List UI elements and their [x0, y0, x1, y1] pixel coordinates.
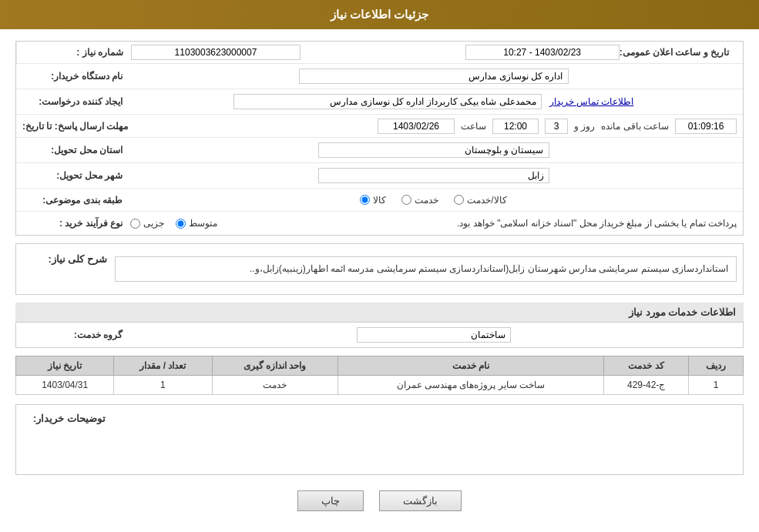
- cell-row-num: 1: [688, 376, 743, 395]
- purchase-type-small[interactable]: جزیی: [130, 218, 164, 229]
- deadline-remaining-label: ساعت باقی مانده: [601, 121, 669, 132]
- row-buyer-org: نام دستگاه خریدار:: [16, 64, 743, 89]
- deadline-time-label: ساعت: [461, 121, 486, 132]
- city-label: شهر محل تحویل:: [22, 170, 130, 181]
- cell-service-code: ج-42-429: [604, 376, 689, 395]
- need-description-text: استانداردسازی سیستم سرمایشی مدارس شهرستا…: [250, 263, 728, 274]
- services-table-section: ردیف کد خدمت نام خدمت واحد اندازه گیری ت…: [15, 356, 744, 395]
- table-row: 1 ج-42-429 ساخت سایر پروژه‌های مهندسی عم…: [16, 376, 744, 395]
- buyer-notes-textarea[interactable]: [113, 410, 738, 467]
- purchase-type-medium[interactable]: متوسط: [176, 218, 217, 229]
- purchase-type-radio-small[interactable]: [130, 219, 140, 229]
- buyer-notes-content: [113, 410, 738, 470]
- province-label: استان محل تحویل:: [22, 145, 130, 156]
- col-quantity: تعداد / مقدار: [114, 356, 212, 376]
- row-city: شهر محل تحویل:: [16, 163, 743, 189]
- category-radio-goods[interactable]: [360, 195, 370, 205]
- announcement-date-label: تاریخ و ساعت اعلان عمومی:: [620, 47, 737, 58]
- col-date: تاریخ نیاز: [16, 356, 114, 376]
- cell-quantity: 1: [114, 376, 212, 395]
- services-info-title: اطلاعات خدمات مورد نیاز: [15, 303, 744, 323]
- purchase-type-radio-medium[interactable]: [176, 219, 186, 229]
- row-service-group: گروه خدمت:: [15, 323, 744, 348]
- page-header: جزئیات اطلاعات نیاز: [0, 0, 759, 29]
- announcement-date-input[interactable]: [465, 45, 620, 60]
- back-button[interactable]: بازگشت: [379, 490, 462, 511]
- col-service-name: نام خدمت: [338, 356, 604, 376]
- deadline-label: مهلت ارسال پاسخ: تا تاریخ:: [22, 121, 136, 132]
- category-radio-group: کالا/خدمت خدمت کالا: [130, 195, 737, 206]
- cell-date: 1403/04/31: [16, 376, 114, 395]
- service-group-input[interactable]: [357, 327, 511, 343]
- category-option-goods-service[interactable]: کالا/خدمت: [454, 195, 506, 206]
- service-group-label: گروه خدمت:: [22, 330, 130, 340]
- purchase-type-label: نوع فرآیند خرید :: [22, 218, 130, 229]
- buyer-notes-label: توضیحات خریدار:: [21, 410, 113, 424]
- row-category: کالا/خدمت خدمت کالا طبقه بندی موضوعی:: [16, 189, 743, 212]
- need-description-content: استانداردسازی سیستم سرمایشی مدارس شهرستا…: [115, 250, 737, 288]
- deadline-date-input[interactable]: [378, 119, 455, 134]
- print-button[interactable]: چاپ: [297, 490, 364, 511]
- purchase-type-area: پرداخت تمام یا بخشی از مبلغ خریداز محل "…: [130, 218, 737, 229]
- services-table: ردیف کد خدمت نام خدمت واحد اندازه گیری ت…: [15, 356, 744, 395]
- table-header: ردیف کد خدمت نام خدمت واحد اندازه گیری ت…: [16, 356, 744, 376]
- creator-label: ایجاد کننده درخواست:: [22, 96, 130, 107]
- deadline-time-input[interactable]: [492, 119, 539, 134]
- deadline-days-label: روز و: [574, 121, 595, 132]
- page-title: جزئیات اطلاعات نیاز: [331, 8, 428, 21]
- category-option-service[interactable]: خدمت: [401, 195, 438, 206]
- category-option-goods[interactable]: کالا: [360, 195, 386, 206]
- purchase-type-radio-group: متوسط جزیی: [130, 218, 217, 229]
- need-number-label: شماره نیاز :: [23, 47, 131, 58]
- cell-service-name: ساخت سایر پروژه‌های مهندسی عمران: [338, 376, 604, 395]
- need-number-col: شماره نیاز :: [16, 42, 380, 63]
- page-wrapper: جزئیات اطلاعات نیاز تاریخ و ساعت اعلان ع…: [0, 0, 759, 532]
- purchase-type-small-label: جزیی: [143, 218, 164, 229]
- category-option-goods-label: کالا: [373, 195, 386, 206]
- col-unit: واحد اندازه گیری: [212, 356, 338, 376]
- city-input[interactable]: [318, 168, 549, 183]
- category-option-goods-service-label: کالا/خدمت: [467, 195, 506, 206]
- city-value: [130, 166, 737, 185]
- content-area: تاریخ و ساعت اعلان عمومی: شماره نیاز : ن…: [0, 29, 759, 532]
- creator-contact-link[interactable]: اطلاعات تماس خریدار: [549, 96, 634, 107]
- col-service-code: کد خدمت: [604, 356, 689, 376]
- col-row-num: ردیف: [688, 356, 743, 376]
- buyer-org-label: نام دستگاه خریدار:: [22, 71, 130, 82]
- table-body: 1 ج-42-429 ساخت سایر پروژه‌های مهندسی عم…: [16, 376, 744, 395]
- announcement-date-col: تاریخ و ساعت اعلان عمومی:: [380, 42, 743, 63]
- category-radio-goods-service[interactable]: [454, 195, 464, 205]
- province-value: [130, 141, 737, 159]
- category-radio-service[interactable]: [401, 195, 411, 205]
- purchase-type-note: پرداخت تمام یا بخشی از مبلغ خریداز محل "…: [225, 218, 737, 229]
- row-province: استان محل تحویل:: [16, 138, 743, 163]
- row-need-number: تاریخ و ساعت اعلان عمومی: شماره نیاز :: [16, 42, 743, 64]
- main-info-section: تاریخ و ساعت اعلان عمومی: شماره نیاز : ن…: [15, 41, 744, 236]
- need-description-box: استانداردسازی سیستم سرمایشی مدارس شهرستا…: [115, 256, 737, 282]
- deadline-remaining-input[interactable]: [675, 119, 737, 134]
- row-creator: اطلاعات تماس خریدار ایجاد کننده درخواست:: [16, 89, 743, 115]
- row-purchase-type: پرداخت تمام یا بخشی از مبلغ خریداز محل "…: [16, 212, 743, 235]
- service-group-value: [130, 326, 737, 344]
- deadline-days-input[interactable]: [545, 119, 568, 134]
- category-option-service-label: خدمت: [415, 195, 438, 206]
- creator-input[interactable]: [233, 94, 542, 109]
- buyer-notes-section: توضیحات خریدار:: [15, 404, 744, 475]
- province-input[interactable]: [318, 142, 549, 158]
- cell-unit: خدمت: [212, 376, 338, 395]
- buyer-org-input[interactable]: [299, 69, 569, 84]
- need-number-input[interactable]: [131, 45, 301, 60]
- need-description-label: شرح کلی نیاز:: [22, 250, 115, 265]
- row-deadline: ساعت باقی مانده روز و ساعت مهلت ارسال پا…: [16, 115, 743, 138]
- buyer-org-value: [130, 67, 737, 85]
- buttons-row: بازگشت چاپ: [15, 490, 744, 511]
- category-label: طبقه بندی موضوعی:: [22, 195, 130, 206]
- need-description-section: استانداردسازی سیستم سرمایشی مدارس شهرستا…: [15, 243, 744, 295]
- creator-value: اطلاعات تماس خریدار: [130, 92, 737, 111]
- purchase-type-medium-label: متوسط: [189, 218, 217, 229]
